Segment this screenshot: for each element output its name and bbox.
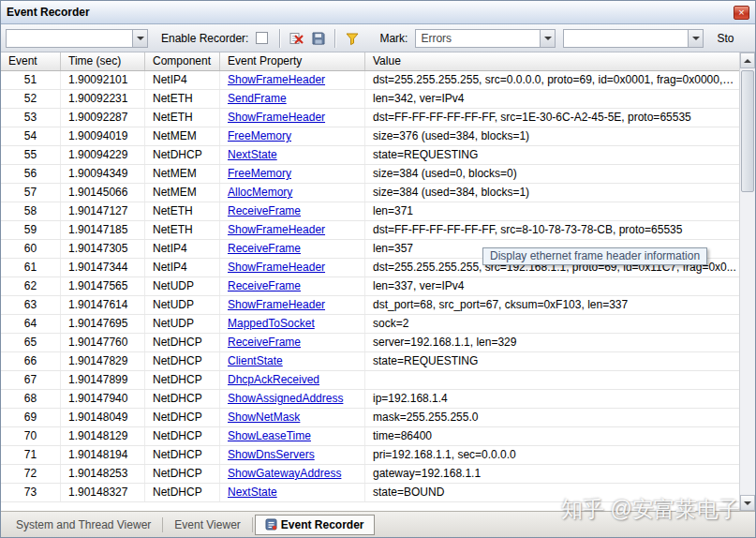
extra-filter-combobox[interactable]	[563, 29, 704, 48]
clear-events-button[interactable]	[286, 28, 307, 49]
event-property-link[interactable]: ShowAssignedAddress	[228, 392, 343, 405]
table-body: 511.90092101NetIP4ShowFrameHeaderdst=255…	[1, 71, 755, 502]
event-property-link[interactable]: MappedToSocket	[228, 317, 315, 330]
event-property-link[interactable]: ShowGatewayAddress	[228, 467, 341, 480]
event-property-cell: ReceiveFrame	[220, 240, 365, 258]
event-property-link[interactable]: ShowFrameHeader	[228, 73, 325, 86]
close-icon[interactable]: ×	[734, 6, 749, 20]
event-property-link[interactable]: ShowFrameHeader	[228, 223, 325, 236]
table-row[interactable]: 661.90147829NetDHCPClientStatestate=REQU…	[1, 352, 755, 371]
table-row[interactable]: 591.90147185NetETHShowFrameHeaderdst=FF-…	[1, 221, 755, 240]
event-number-cell: 59	[1, 221, 61, 239]
table-row[interactable]: 691.90148049NetDHCPShowNetMaskmask=255.2…	[1, 409, 755, 427]
value-cell: state=REQUESTING	[365, 352, 755, 370]
event-property-link[interactable]: ReceiveFrame	[228, 279, 301, 292]
column-header-event-property[interactable]: Event Property	[220, 52, 365, 70]
event-property-link[interactable]: NextState	[228, 486, 277, 499]
scroll-up-icon[interactable]	[740, 52, 755, 68]
time-cell: 1.90147899	[61, 371, 145, 389]
table-row[interactable]: 571.90145066NetMEMAllocMemorysize=384 (u…	[1, 184, 755, 202]
table-row[interactable]: 731.90148327NetDHCPNextStatestate=BOUND	[1, 484, 755, 502]
table-row[interactable]: 581.90147127NetETHReceiveFramelen=371	[1, 202, 755, 221]
event-property-link[interactable]: ClientState	[228, 354, 283, 367]
save-icon	[311, 31, 326, 46]
event-number-cell: 57	[1, 184, 61, 202]
mark-combobox[interactable]: Errors	[415, 29, 556, 48]
event-number-cell: 52	[1, 90, 61, 108]
save-button[interactable]	[307, 28, 329, 49]
value-cell: ip=192.168.1.4	[365, 390, 755, 408]
table-row[interactable]: 651.90147760NetDHCPReceiveFrameserver=19…	[1, 334, 755, 352]
event-property-link[interactable]: ReceiveFrame	[228, 204, 301, 217]
tab-event-recorder[interactable]: Event Recorder	[255, 515, 375, 535]
value-cell: size=384 (used=0, blocks=0)	[365, 165, 755, 183]
event-property-link[interactable]: AllocMemory	[228, 186, 292, 199]
recorder-filter-combobox[interactable]	[6, 29, 148, 48]
table-row[interactable]: 521.90092231NetETHSendFramelen=342, ver=…	[1, 90, 755, 109]
event-number-cell: 51	[1, 71, 61, 89]
table-row[interactable]: 721.90148253NetDHCPShowGatewayAddressgat…	[1, 465, 755, 484]
stop-button[interactable]: Sto	[711, 29, 739, 48]
value-cell: time=86400	[365, 427, 755, 445]
event-property-link[interactable]: ReceiveFrame	[228, 336, 301, 349]
bottom-tab-bar: System and Thread Viewer Event Viewer Ev…	[1, 511, 755, 537]
column-header-component[interactable]: Component	[145, 52, 220, 70]
event-property-link[interactable]: ShowFrameHeader	[228, 111, 325, 124]
column-header-value[interactable]: Value	[365, 52, 755, 70]
table-row[interactable]: 621.90147565NetUDPReceiveFramelen=337, v…	[1, 277, 755, 296]
event-property-cell: SendFrame	[220, 90, 365, 108]
event-property-link[interactable]: ShowFrameHeader	[228, 298, 325, 311]
table-row[interactable]: 681.90147940NetDHCPShowAssignedAddressip…	[1, 390, 755, 409]
chevron-down-icon[interactable]	[688, 30, 703, 47]
component-cell: NetUDP	[145, 315, 220, 333]
value-cell: size=376 (used=384, blocks=1)	[365, 127, 755, 145]
tooltip: Display ethernet frame header informatio…	[482, 247, 707, 265]
event-property-link[interactable]: ShowDnsServers	[228, 448, 315, 461]
event-number-cell: 67	[1, 371, 61, 389]
table-row[interactable]: 631.90147614NetUDPShowFrameHeaderdst_por…	[1, 296, 755, 315]
time-cell: 1.90092287	[61, 109, 145, 127]
event-property-link[interactable]: FreeMemory	[228, 129, 291, 142]
table-row[interactable]: 671.90147899NetDHCPDhcpAckReceived	[1, 371, 755, 390]
chevron-down-icon[interactable]	[132, 30, 147, 47]
table-row[interactable]: 511.90092101NetIP4ShowFrameHeaderdst=255…	[1, 71, 755, 90]
event-number-cell: 60	[1, 240, 61, 258]
event-property-link[interactable]: ReceiveFrame	[228, 242, 301, 255]
filter-button[interactable]	[341, 28, 363, 49]
column-header-time[interactable]: Time (sec)	[61, 52, 145, 70]
event-property-link[interactable]: ShowNetMask	[228, 411, 300, 424]
scroll-down-icon[interactable]	[740, 495, 755, 511]
time-cell: 1.90147565	[61, 277, 145, 295]
component-cell: NetETH	[145, 90, 220, 108]
event-property-link[interactable]: ShowLeaseTime	[228, 429, 311, 442]
event-number-cell: 66	[1, 352, 61, 370]
component-cell: NetDHCP	[145, 146, 220, 164]
event-property-link[interactable]: NextState	[228, 148, 277, 161]
vertical-scrollbar[interactable]	[739, 52, 755, 511]
event-property-link[interactable]: ShowFrameHeader	[228, 261, 325, 274]
event-property-link[interactable]: DhcpAckReceived	[228, 373, 319, 386]
time-cell: 1.90092231	[61, 90, 145, 108]
chevron-down-icon[interactable]	[540, 30, 555, 47]
event-property-cell: ClientState	[220, 352, 365, 370]
table-row[interactable]: 541.90094019NetMEMFreeMemorysize=376 (us…	[1, 127, 755, 146]
column-header-event[interactable]: Event	[1, 52, 61, 70]
component-cell: NetDHCP	[145, 427, 220, 445]
value-cell: mask=255.255.255.0	[365, 409, 755, 426]
table-row[interactable]: 641.90147695NetUDPMappedToSocketsock=2	[1, 315, 755, 334]
mark-label: Mark:	[379, 32, 408, 45]
table-row[interactable]: 711.90148194NetDHCPShowDnsServerspri=192…	[1, 446, 755, 465]
table-row[interactable]: 551.90094229NetDHCPNextStatestate=REQUES…	[1, 146, 755, 165]
event-property-link[interactable]: SendFrame	[228, 92, 287, 105]
value-cell: size=384 (used=384, blocks=1)	[365, 184, 755, 202]
scrollbar-thumb[interactable]	[741, 70, 754, 192]
event-property-link[interactable]: FreeMemory	[228, 167, 291, 180]
enable-recorder-checkbox[interactable]	[256, 32, 268, 44]
table-row[interactable]: 701.90148129NetDHCPShowLeaseTimetime=864…	[1, 427, 755, 446]
tab-event-viewer[interactable]: Event Viewer	[163, 514, 251, 536]
tab-system-and-thread-viewer[interactable]: System and Thread Viewer	[5, 514, 162, 536]
table-row[interactable]: 531.90092287NetETHShowFrameHeaderdst=FF-…	[1, 109, 755, 127]
table-row[interactable]: 561.90094349NetMEMFreeMemorysize=384 (us…	[1, 165, 755, 184]
event-number-cell: 56	[1, 165, 61, 183]
event-number-cell: 70	[1, 427, 61, 445]
